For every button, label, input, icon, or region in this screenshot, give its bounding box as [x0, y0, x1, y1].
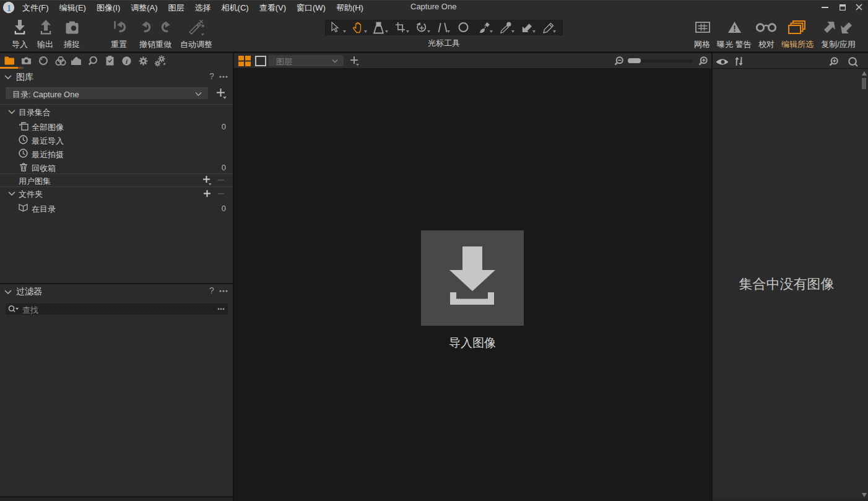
svg-text:1: 1: [7, 3, 12, 13]
